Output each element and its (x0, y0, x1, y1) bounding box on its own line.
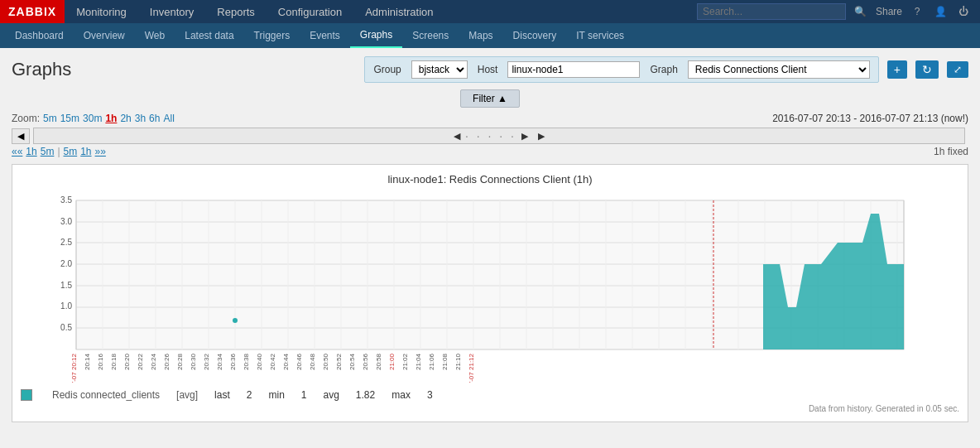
nav-configuration[interactable]: Configuration (267, 0, 353, 23)
svg-text:20:44: 20:44 (282, 353, 290, 370)
expand-button[interactable]: ⤢ (947, 61, 968, 78)
legend-name: Redis connected_clients (52, 389, 160, 401)
step-row: «« 1h 5m | 5m 1h »» 1h fixed (12, 146, 968, 157)
legend-max-label: max (392, 389, 411, 401)
svg-text:3.5: 3.5 (60, 195, 72, 205)
svg-text:20:34: 20:34 (216, 353, 223, 370)
zoom-6h[interactable]: 6h (149, 113, 160, 124)
nav-row: ◀ ◀ · · · · · ▶ ▶ (12, 128, 968, 144)
page-title: Graphs (12, 59, 71, 80)
svg-text:21:00: 21:00 (388, 353, 396, 370)
zoom-2h[interactable]: 2h (120, 113, 131, 124)
zoom-controls-row: Zoom: 5m 15m 30m 1h 2h 3h 6h All 2016-07… (12, 113, 968, 124)
graph-container: linux-node1: Redis Connections Client (1… (12, 164, 968, 422)
subnav-triggers[interactable]: Triggers (244, 23, 300, 48)
legend-min-label: min (268, 389, 284, 401)
graph-svg: 3.5 3.0 2.5 2.0 1.5 1.0 0.5 (21, 192, 959, 383)
svg-text:20:50: 20:50 (322, 353, 329, 370)
logo: ZABBIX (0, 0, 65, 23)
timeline-prev-btn[interactable]: ◀ (449, 129, 465, 143)
step-next-big[interactable]: 1h (80, 146, 91, 157)
subnav-maps[interactable]: Maps (459, 23, 502, 48)
filter-toggle-button[interactable]: Filter ▲ (460, 89, 520, 108)
subnav-events[interactable]: Events (300, 23, 350, 48)
search-icon[interactable]: 🔍 (853, 3, 869, 20)
share-label[interactable]: Share (876, 6, 902, 17)
svg-text:1.5: 1.5 (60, 281, 72, 290)
subnav-web[interactable]: Web (135, 23, 175, 48)
graph-select[interactable]: Redis Connections Client (688, 60, 870, 79)
nav-configuration-link[interactable]: Configuration (267, 0, 353, 23)
svg-text:2.0: 2.0 (60, 259, 72, 268)
subnav-screens[interactable]: Screens (402, 23, 459, 48)
svg-text:3.0: 3.0 (60, 217, 72, 226)
subnav-dashboard[interactable]: Dashboard (5, 23, 74, 48)
svg-text:20:48: 20:48 (309, 353, 316, 370)
step-end[interactable]: »» (95, 146, 106, 157)
zoom-3h[interactable]: 3h (135, 113, 146, 124)
host-input[interactable] (507, 61, 640, 78)
timeline-bar[interactable]: ◀ · · · · · ▶ ▶ (33, 128, 965, 144)
zoom-1h[interactable]: 1h (105, 113, 117, 124)
generated-by: Data from history. Generated in 0.05 sec… (21, 404, 959, 413)
subnav-latest-data[interactable]: Latest data (175, 23, 243, 48)
svg-text:20:26: 20:26 (163, 353, 171, 370)
search-input[interactable] (697, 3, 846, 20)
main-content: Graphs Group bjstack Host Graph Redis Co… (0, 48, 980, 431)
nav-reports-link[interactable]: Reports (205, 0, 267, 23)
nav-administration[interactable]: Administration (353, 0, 444, 23)
svg-text:20:36: 20:36 (229, 353, 237, 370)
step-prev-big[interactable]: 1h (26, 146, 36, 157)
help-icon[interactable]: ? (909, 3, 925, 20)
top-nav-right: 🔍 Share ? 👤 ⏻ (697, 3, 980, 20)
svg-text:07-07 20:12: 07-07 20:12 (70, 353, 78, 383)
graph-legend: Redis connected_clients [avg] last 2 min… (21, 389, 959, 401)
legend-type: [avg] (176, 389, 198, 401)
legend-max-value: 3 (427, 389, 433, 401)
svg-text:21:10: 21:10 (454, 353, 462, 370)
add-button[interactable]: + (887, 60, 907, 79)
subnav-discovery[interactable]: Discovery (503, 23, 567, 48)
legend-last-value: 2 (247, 389, 252, 401)
svg-text:1.0: 1.0 (60, 301, 72, 311)
svg-text:20:40: 20:40 (256, 353, 263, 370)
svg-text:20:54: 20:54 (348, 353, 356, 370)
step-start[interactable]: «« (12, 146, 22, 157)
nav-monitoring[interactable]: Monitoring (65, 0, 138, 23)
svg-text:20:16: 20:16 (97, 353, 104, 370)
zoom-5m[interactable]: 5m (43, 113, 57, 124)
group-label: Group (373, 64, 401, 75)
subnav-overview[interactable]: Overview (74, 23, 135, 48)
subnav-it-services[interactable]: IT services (566, 23, 634, 48)
subnav-graphs[interactable]: Graphs (350, 23, 402, 48)
zoom-15m[interactable]: 15m (60, 113, 79, 124)
svg-text:20:24: 20:24 (150, 353, 157, 370)
timeline-next-btn[interactable]: ▶ (516, 129, 533, 143)
fixed-label: 1h fixed (934, 146, 968, 157)
step-prev-small[interactable]: 5m (41, 146, 55, 157)
nav-monitoring-link[interactable]: Monitoring (65, 0, 138, 23)
svg-text:07-07 21:12: 07-07 21:12 (468, 353, 475, 383)
zoom-30m[interactable]: 30m (83, 113, 102, 124)
power-icon[interactable]: ⏻ (955, 3, 972, 20)
group-select[interactable]: bjstack (411, 60, 468, 79)
timeline-end-btn[interactable]: ▶ (533, 129, 550, 143)
svg-text:21:08: 21:08 (441, 353, 449, 370)
zoom-label: Zoom: (12, 113, 40, 124)
nav-reports[interactable]: Reports (205, 0, 267, 23)
nav-inventory[interactable]: Inventory (138, 0, 205, 23)
svg-point-50 (233, 318, 238, 323)
svg-text:20:14: 20:14 (84, 353, 91, 370)
svg-text:20:58: 20:58 (375, 353, 382, 370)
nav-inventory-link[interactable]: Inventory (138, 0, 205, 23)
nav-prev-button[interactable]: ◀ (12, 128, 30, 144)
zoom-all[interactable]: All (163, 113, 174, 124)
nav-administration-link[interactable]: Administration (353, 0, 444, 23)
refresh-button[interactable]: ↻ (915, 60, 939, 79)
user-icon[interactable]: 👤 (932, 3, 949, 20)
top-navigation: ZABBIX Monitoring Inventory Reports Conf… (0, 0, 980, 23)
timeline-dots: · · · · · (465, 129, 516, 142)
svg-text:20:46: 20:46 (295, 353, 303, 370)
graph-title: linux-node1: Redis Connections Client (1… (21, 173, 959, 185)
step-next-small[interactable]: 5m (64, 146, 78, 157)
